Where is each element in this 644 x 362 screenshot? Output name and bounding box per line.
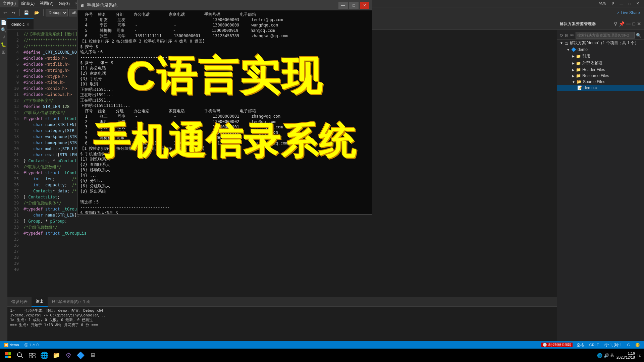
status-right: ⚪ 未找到相关问题 空格 CRLF 行: 1, 列: 1 C 😊 <box>541 343 641 348</box>
status-branch[interactable]: 🔀 demo <box>3 343 20 347</box>
tab-close-button[interactable]: × <box>26 22 29 27</box>
taskbar-app-icon[interactable]: 🖥 <box>87 350 98 361</box>
show-desktop-button[interactable]: □ <box>638 354 641 357</box>
menu-item-edit[interactable]: 编辑(E) <box>18 0 37 7</box>
se-source-files-item[interactable]: ▼ 📂 Source Files <box>557 79 644 85</box>
solution-explorer-title: 解决方案资源管理器 <box>560 21 596 26</box>
se-project-item[interactable]: ▼ 🔷 demo <box>557 47 644 53</box>
console-minimize-button[interactable]: — <box>338 2 348 9</box>
extensions-icon[interactable]: ⊞ <box>1 49 7 55</box>
console-maximize-button[interactable]: □ <box>349 2 359 9</box>
window-buttons: — □ ✕ <box>338 2 369 9</box>
se-external-deps-item[interactable]: ▶ 📁 外部依赖项 <box>557 60 644 67</box>
console-line: 正在呼出1591... <box>80 98 369 103</box>
console-body[interactable]: 序号 姓名 分组 办公电话 家庭电话 手机号码 电子邮箱 3 朋友 朋友 - -… <box>77 10 372 214</box>
panel-pin-icon[interactable]: 📌 <box>619 21 625 26</box>
tab-output[interactable]: 输出 <box>32 297 48 307</box>
se-tool-show-all-icon[interactable]: 👁 <box>570 33 574 38</box>
console-line: {0} 退出系统 <box>80 189 369 194</box>
status-errors[interactable]: ⓪ 1 ⚠ 0 <box>23 343 40 348</box>
se-solution-item[interactable]: ▼ 🗂 解决方案 'demo'（1 个项目；共 1 个） <box>557 40 644 47</box>
se-demo-file-item[interactable]: 📝 demo.c <box>557 85 644 91</box>
se-search-icon[interactable]: 🔍 <box>636 33 641 38</box>
taskbar-edge-icon[interactable]: 🌐 <box>39 350 50 361</box>
status-feedback-icon[interactable]: 😊 <box>634 343 641 347</box>
debug-config-select[interactable]: Debug <box>46 9 68 16</box>
tab-error-list[interactable]: 错误列表 <box>7 297 32 307</box>
status-cursor[interactable]: 行: 1, 列: 1 <box>603 343 623 348</box>
svg-rect-7 <box>33 353 35 355</box>
system-tray: 🌐 🔊 英 <box>597 353 614 358</box>
se-search-input[interactable] <box>576 32 635 39</box>
editor-tab-demo[interactable]: demo.c × <box>7 18 34 29</box>
liveshare-button[interactable]: ↗ Live Share <box>613 10 643 16</box>
status-language[interactable]: C <box>626 343 631 347</box>
panel-close-icon[interactable]: ✕ <box>637 21 641 26</box>
se-header-files-item[interactable]: ▶ 📁 Header Files <box>557 67 644 73</box>
console-line: 4 李四 同事 - - 13000000009 wang@qq.com <box>80 22 369 28</box>
se-demo-file-label: demo.c <box>584 85 597 90</box>
menu-item-file[interactable]: 文件(F) <box>0 0 18 7</box>
se-references-item[interactable]: ▶ 📁 引用 <box>557 53 644 60</box>
minimize-button[interactable]: — <box>618 1 625 6</box>
console-line: 序号 姓名 分组 办公电话 家庭电话 手机号码 电子邮箱 <box>80 108 369 114</box>
console-close-button[interactable]: ✕ <box>360 2 369 9</box>
search-button[interactable]: ⚲ <box>609 1 616 6</box>
se-tool-collapse-icon[interactable]: ⊟ <box>565 33 569 38</box>
project-icon: 🔷 <box>571 47 576 52</box>
save-button[interactable]: 💾 <box>22 9 31 17</box>
status-line-ending[interactable]: CRLF <box>588 343 600 347</box>
console-line: {5} 分组... <box>80 178 369 183</box>
taskbar-search-icon[interactable] <box>15 350 25 361</box>
console-line: ------------------------------------- <box>80 194 369 199</box>
tray-lang-icon[interactable]: 英 <box>610 353 614 358</box>
time-display: 1:16 <box>616 351 635 355</box>
se-resource-files-item[interactable]: ▶ 📁 Resource Files <box>557 73 644 79</box>
se-header-files-label: Header Files <box>582 67 605 72</box>
solution-explorer: ⟳ ⊟ 👁 🔍 ▼ 🗂 解决方案 'demo'（1 个项目；共 1 个） ▼ 🔷… <box>557 30 644 347</box>
console-line: {6} 分组联系人 <box>80 183 369 189</box>
se-tool-sync-icon[interactable]: ⟳ <box>560 33 564 38</box>
git-icon[interactable]: ⑂ <box>1 34 7 40</box>
open-button[interactable]: 📂 <box>32 9 41 17</box>
menu-item-view[interactable]: 视图(V) <box>37 0 56 7</box>
se-external-deps-label: 外部依赖项 <box>582 60 602 66</box>
taskbar-explorer-icon[interactable]: 📁 <box>51 350 62 361</box>
output-line: 1>demo.vcxproj -> C:\gitee\tiny\Console\… <box>10 313 554 317</box>
taskbar-vs-icon[interactable]: ⚙ <box>63 350 74 361</box>
explorer-icon[interactable]: 📄 <box>1 19 7 25</box>
menu-item-git[interactable]: Git(G) <box>56 1 72 7</box>
debug-icon[interactable]: 🐛 <box>1 42 7 48</box>
panel-maximize-icon[interactable]: □ <box>633 21 636 26</box>
console-line: $ 拨号 - 张三 $ <box>80 60 369 65</box>
output-line: 1>--- 已启动生成: 项目: demo, 配置: Debug x64 --- <box>10 308 554 313</box>
taskbar-taskview-icon[interactable] <box>27 350 38 361</box>
undo-button[interactable]: ↩ <box>1 9 9 17</box>
panel-minimize-icon[interactable]: — <box>626 21 631 26</box>
console-line: 输入序号：6 <box>80 49 369 55</box>
console-line: 序号 姓名 分组 办公电话 家庭电话 手机号码 电子邮箱 <box>80 12 369 17</box>
tab-label: demo.c <box>11 22 24 27</box>
output-tabs: 错误列表 输出 显示输出来源(S)：生成 <box>7 297 557 307</box>
taskbar-dotnet-icon[interactable]: 🔷 <box>75 350 86 361</box>
tray-volume-icon[interactable]: 🔊 <box>604 353 609 358</box>
login-button[interactable]: 登录 <box>597 0 608 7</box>
search-icon[interactable]: 🔍 <box>1 27 7 33</box>
panel-icons: ⚲ 📌 — □ ✕ <box>614 21 641 26</box>
svg-rect-3 <box>8 356 11 358</box>
console-line: 【1 按姓名排序 2 按分组排序 3 按手机号码排序 4 拨号 0 返回】 <box>80 146 369 151</box>
start-button[interactable] <box>3 350 13 361</box>
maximize-button[interactable]: □ <box>627 1 633 6</box>
status-spaces[interactable]: 空格 <box>575 343 585 348</box>
svg-line-5 <box>21 356 23 358</box>
redo-button[interactable]: ↪ <box>10 9 17 17</box>
console-prompt1: 请选择：5 <box>80 199 369 205</box>
console-line: ------------------------------------- <box>80 55 369 60</box>
right-panel: 解决方案资源管理器 ⚲ 📌 — □ ✕ ⟳ ⊟ 👁 🔍 ▼ 🗂 解决方案 'de… <box>557 18 644 347</box>
panel-search-icon[interactable]: ⚲ <box>614 21 618 26</box>
close-button[interactable]: ✕ <box>634 1 641 6</box>
se-ref-arrow: ▶ <box>572 54 575 58</box>
tray-network-icon[interactable]: 🌐 <box>597 353 602 358</box>
console-titlebar: 🖥 手机通信录系统 — □ ✕ <box>77 0 372 10</box>
taskbar-time[interactable]: 1:16 2023/12/18 <box>616 351 635 359</box>
